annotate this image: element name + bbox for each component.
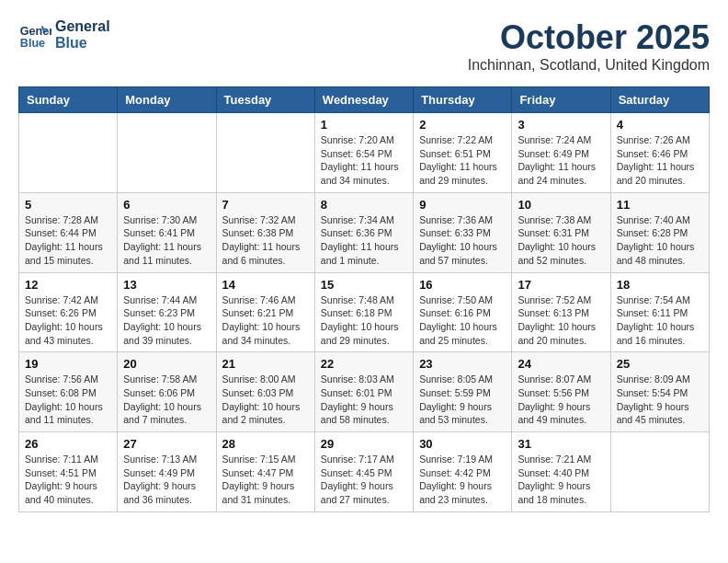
day-number: 11	[617, 198, 703, 212]
day-header-sunday: Sunday	[19, 87, 118, 113]
calendar-cell: 4Sunrise: 7:26 AM Sunset: 6:46 PM Daylig…	[610, 113, 709, 193]
day-number: 27	[123, 437, 210, 451]
day-info: Sunrise: 7:56 AM Sunset: 6:08 PM Dayligh…	[25, 373, 111, 427]
calendar-cell: 12Sunrise: 7:42 AM Sunset: 6:26 PM Dayli…	[19, 272, 118, 352]
day-info: Sunrise: 7:30 AM Sunset: 6:41 PM Dayligh…	[123, 213, 210, 268]
calendar-cell: 25Sunrise: 8:09 AM Sunset: 5:54 PM Dayli…	[610, 352, 709, 432]
day-info: Sunrise: 7:54 AM Sunset: 6:11 PM Dayligh…	[617, 293, 703, 348]
day-number: 5	[25, 198, 111, 212]
calendar-cell: 3Sunrise: 7:24 AM Sunset: 6:49 PM Daylig…	[512, 113, 610, 193]
calendar-week-1: 1Sunrise: 7:20 AM Sunset: 6:54 PM Daylig…	[19, 113, 710, 193]
day-number: 6	[123, 198, 210, 212]
calendar-cell	[216, 113, 314, 193]
day-number: 25	[617, 357, 703, 371]
day-info: Sunrise: 7:22 AM Sunset: 6:51 PM Dayligh…	[419, 133, 506, 188]
calendar-cell: 28Sunrise: 7:15 AM Sunset: 4:47 PM Dayli…	[216, 432, 314, 512]
logo: General Blue General Blue	[18, 18, 110, 52]
day-number: 31	[518, 437, 604, 451]
day-number: 19	[25, 357, 111, 371]
day-number: 22	[321, 357, 407, 371]
calendar-cell	[610, 432, 709, 512]
day-number: 30	[419, 437, 506, 451]
day-header-thursday: Thursday	[414, 87, 512, 113]
calendar-cell: 9Sunrise: 7:36 AM Sunset: 6:33 PM Daylig…	[414, 192, 512, 272]
calendar-week-3: 12Sunrise: 7:42 AM Sunset: 6:26 PM Dayli…	[19, 272, 710, 352]
calendar-cell: 19Sunrise: 7:56 AM Sunset: 6:08 PM Dayli…	[19, 352, 118, 432]
day-info: Sunrise: 7:28 AM Sunset: 6:44 PM Dayligh…	[25, 213, 111, 268]
calendar-cell: 15Sunrise: 7:48 AM Sunset: 6:18 PM Dayli…	[314, 272, 413, 352]
day-number: 28	[222, 437, 309, 451]
day-number: 24	[518, 357, 604, 371]
day-info: Sunrise: 7:48 AM Sunset: 6:18 PM Dayligh…	[321, 293, 407, 348]
calendar-cell: 10Sunrise: 7:38 AM Sunset: 6:31 PM Dayli…	[512, 192, 610, 272]
calendar-cell	[118, 113, 216, 193]
calendar-cell: 8Sunrise: 7:34 AM Sunset: 6:36 PM Daylig…	[314, 192, 413, 272]
day-info: Sunrise: 7:52 AM Sunset: 6:13 PM Dayligh…	[518, 293, 604, 348]
day-info: Sunrise: 7:34 AM Sunset: 6:36 PM Dayligh…	[321, 213, 407, 268]
calendar-cell: 5Sunrise: 7:28 AM Sunset: 6:44 PM Daylig…	[19, 192, 118, 272]
day-info: Sunrise: 7:50 AM Sunset: 6:16 PM Dayligh…	[419, 293, 506, 348]
day-info: Sunrise: 8:03 AM Sunset: 6:01 PM Dayligh…	[321, 373, 407, 427]
day-info: Sunrise: 7:15 AM Sunset: 4:47 PM Dayligh…	[222, 453, 309, 507]
logo-icon: General Blue	[18, 18, 51, 52]
calendar-header-row: SundayMondayTuesdayWednesdayThursdayFrid…	[19, 87, 710, 113]
calendar-cell: 1Sunrise: 7:20 AM Sunset: 6:54 PM Daylig…	[314, 113, 413, 193]
day-info: Sunrise: 8:09 AM Sunset: 5:54 PM Dayligh…	[617, 373, 703, 427]
page-header: General Blue General Blue October 2025 I…	[18, 18, 710, 77]
day-number: 3	[518, 118, 604, 132]
day-info: Sunrise: 7:17 AM Sunset: 4:45 PM Dayligh…	[321, 453, 407, 507]
calendar-cell: 27Sunrise: 7:13 AM Sunset: 4:49 PM Dayli…	[118, 432, 216, 512]
calendar-cell: 11Sunrise: 7:40 AM Sunset: 6:28 PM Dayli…	[610, 192, 709, 272]
calendar-cell: 31Sunrise: 7:21 AM Sunset: 4:40 PM Dayli…	[512, 432, 610, 512]
day-info: Sunrise: 7:44 AM Sunset: 6:23 PM Dayligh…	[123, 293, 210, 348]
calendar-week-5: 26Sunrise: 7:11 AM Sunset: 4:51 PM Dayli…	[19, 432, 710, 512]
day-number: 18	[617, 278, 703, 292]
day-number: 1	[321, 118, 407, 132]
calendar-cell: 24Sunrise: 8:07 AM Sunset: 5:56 PM Dayli…	[512, 352, 610, 432]
calendar-cell: 13Sunrise: 7:44 AM Sunset: 6:23 PM Dayli…	[118, 272, 216, 352]
calendar-cell: 22Sunrise: 8:03 AM Sunset: 6:01 PM Dayli…	[314, 352, 413, 432]
day-number: 13	[123, 278, 210, 292]
calendar-week-4: 19Sunrise: 7:56 AM Sunset: 6:08 PM Dayli…	[19, 352, 710, 432]
day-number: 23	[419, 357, 506, 371]
day-info: Sunrise: 7:32 AM Sunset: 6:38 PM Dayligh…	[222, 213, 309, 268]
day-header-saturday: Saturday	[610, 87, 709, 113]
calendar-cell: 6Sunrise: 7:30 AM Sunset: 6:41 PM Daylig…	[118, 192, 216, 272]
day-info: Sunrise: 7:42 AM Sunset: 6:26 PM Dayligh…	[25, 293, 111, 348]
calendar-cell: 16Sunrise: 7:50 AM Sunset: 6:16 PM Dayli…	[414, 272, 512, 352]
calendar-cell: 20Sunrise: 7:58 AM Sunset: 6:06 PM Dayli…	[118, 352, 216, 432]
day-number: 12	[25, 278, 111, 292]
calendar-subtitle: Inchinnan, Scotland, United Kingdom	[468, 57, 710, 74]
day-info: Sunrise: 7:19 AM Sunset: 4:42 PM Dayligh…	[419, 453, 506, 507]
calendar-cell: 14Sunrise: 7:46 AM Sunset: 6:21 PM Dayli…	[216, 272, 314, 352]
day-number: 8	[321, 198, 407, 212]
calendar-cell: 26Sunrise: 7:11 AM Sunset: 4:51 PM Dayli…	[19, 432, 118, 512]
day-info: Sunrise: 7:58 AM Sunset: 6:06 PM Dayligh…	[123, 373, 210, 427]
logo-text: General Blue	[55, 18, 110, 52]
calendar-week-2: 5Sunrise: 7:28 AM Sunset: 6:44 PM Daylig…	[19, 192, 710, 272]
day-info: Sunrise: 7:36 AM Sunset: 6:33 PM Dayligh…	[419, 213, 506, 268]
day-header-tuesday: Tuesday	[216, 87, 314, 113]
day-number: 26	[25, 437, 111, 451]
calendar-title: October 2025	[468, 18, 710, 57]
day-info: Sunrise: 7:26 AM Sunset: 6:46 PM Dayligh…	[617, 133, 703, 188]
day-info: Sunrise: 8:07 AM Sunset: 5:56 PM Dayligh…	[518, 373, 604, 427]
day-info: Sunrise: 7:40 AM Sunset: 6:28 PM Dayligh…	[617, 213, 703, 268]
day-info: Sunrise: 8:05 AM Sunset: 5:59 PM Dayligh…	[419, 373, 506, 427]
day-number: 17	[518, 278, 604, 292]
day-number: 10	[518, 198, 604, 212]
day-info: Sunrise: 7:24 AM Sunset: 6:49 PM Dayligh…	[518, 133, 604, 188]
day-number: 21	[222, 357, 309, 371]
day-number: 9	[419, 198, 506, 212]
day-number: 2	[419, 118, 506, 132]
day-header-wednesday: Wednesday	[314, 87, 413, 113]
day-number: 29	[321, 437, 407, 451]
day-info: Sunrise: 7:46 AM Sunset: 6:21 PM Dayligh…	[222, 293, 309, 348]
day-header-monday: Monday	[118, 87, 216, 113]
calendar-cell: 21Sunrise: 8:00 AM Sunset: 6:03 PM Dayli…	[216, 352, 314, 432]
calendar-cell: 29Sunrise: 7:17 AM Sunset: 4:45 PM Dayli…	[314, 432, 413, 512]
day-info: Sunrise: 7:21 AM Sunset: 4:40 PM Dayligh…	[518, 453, 604, 507]
day-number: 7	[222, 198, 309, 212]
day-number: 16	[419, 278, 506, 292]
day-info: Sunrise: 7:13 AM Sunset: 4:49 PM Dayligh…	[123, 453, 210, 507]
